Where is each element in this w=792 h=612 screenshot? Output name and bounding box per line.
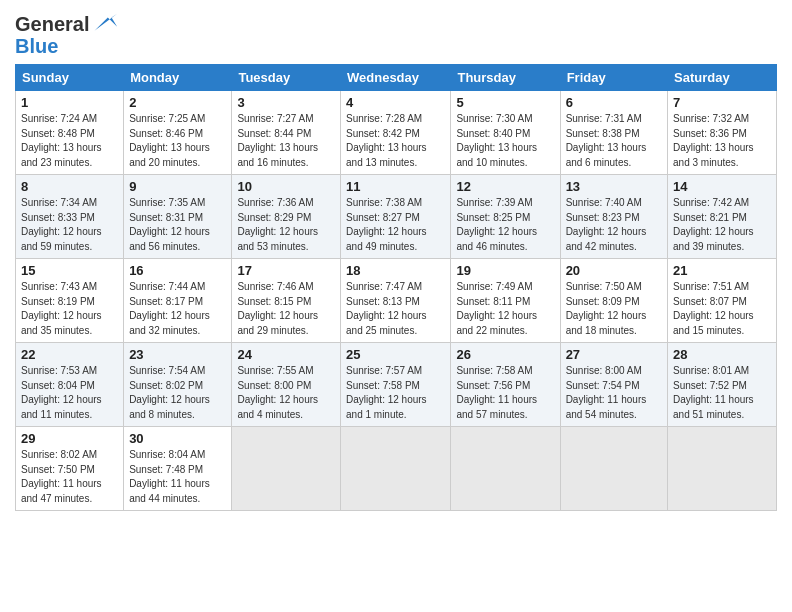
day-info: Sunrise: 7:50 AM Sunset: 8:09 PM Dayligh… — [566, 280, 662, 338]
day-number: 30 — [129, 431, 226, 446]
calendar-cell: 6 Sunrise: 7:31 AM Sunset: 8:38 PM Dayli… — [560, 91, 667, 175]
day-number: 6 — [566, 95, 662, 110]
day-info: Sunrise: 7:32 AM Sunset: 8:36 PM Dayligh… — [673, 112, 771, 170]
calendar-cell: 23 Sunrise: 7:54 AM Sunset: 8:02 PM Dayl… — [124, 343, 232, 427]
calendar-cell: 1 Sunrise: 7:24 AM Sunset: 8:48 PM Dayli… — [16, 91, 124, 175]
day-number: 1 — [21, 95, 118, 110]
day-number: 9 — [129, 179, 226, 194]
weekday-header-friday: Friday — [560, 65, 667, 91]
day-number: 26 — [456, 347, 554, 362]
day-number: 15 — [21, 263, 118, 278]
calendar-cell: 7 Sunrise: 7:32 AM Sunset: 8:36 PM Dayli… — [668, 91, 777, 175]
calendar-cell: 18 Sunrise: 7:47 AM Sunset: 8:13 PM Dayl… — [341, 259, 451, 343]
day-info: Sunrise: 7:46 AM Sunset: 8:15 PM Dayligh… — [237, 280, 335, 338]
logo-icon — [91, 10, 119, 38]
calendar-cell: 16 Sunrise: 7:44 AM Sunset: 8:17 PM Dayl… — [124, 259, 232, 343]
day-number: 20 — [566, 263, 662, 278]
day-number: 11 — [346, 179, 445, 194]
day-info: Sunrise: 7:51 AM Sunset: 8:07 PM Dayligh… — [673, 280, 771, 338]
calendar-cell: 27 Sunrise: 8:00 AM Sunset: 7:54 PM Dayl… — [560, 343, 667, 427]
day-info: Sunrise: 7:55 AM Sunset: 8:00 PM Dayligh… — [237, 364, 335, 422]
day-info: Sunrise: 7:54 AM Sunset: 8:02 PM Dayligh… — [129, 364, 226, 422]
calendar-cell: 24 Sunrise: 7:55 AM Sunset: 8:00 PM Dayl… — [232, 343, 341, 427]
day-info: Sunrise: 7:57 AM Sunset: 7:58 PM Dayligh… — [346, 364, 445, 422]
day-number: 21 — [673, 263, 771, 278]
day-number: 19 — [456, 263, 554, 278]
calendar-cell: 26 Sunrise: 7:58 AM Sunset: 7:56 PM Dayl… — [451, 343, 560, 427]
calendar-table: SundayMondayTuesdayWednesdayThursdayFrid… — [15, 64, 777, 511]
calendar-cell: 22 Sunrise: 7:53 AM Sunset: 8:04 PM Dayl… — [16, 343, 124, 427]
calendar-cell — [232, 427, 341, 511]
calendar-cell: 21 Sunrise: 7:51 AM Sunset: 8:07 PM Dayl… — [668, 259, 777, 343]
weekday-header-thursday: Thursday — [451, 65, 560, 91]
calendar-cell: 15 Sunrise: 7:43 AM Sunset: 8:19 PM Dayl… — [16, 259, 124, 343]
day-number: 18 — [346, 263, 445, 278]
day-number: 3 — [237, 95, 335, 110]
day-number: 23 — [129, 347, 226, 362]
calendar-cell: 19 Sunrise: 7:49 AM Sunset: 8:11 PM Dayl… — [451, 259, 560, 343]
calendar-cell: 9 Sunrise: 7:35 AM Sunset: 8:31 PM Dayli… — [124, 175, 232, 259]
day-info: Sunrise: 7:53 AM Sunset: 8:04 PM Dayligh… — [21, 364, 118, 422]
day-info: Sunrise: 8:00 AM Sunset: 7:54 PM Dayligh… — [566, 364, 662, 422]
day-number: 29 — [21, 431, 118, 446]
page: General Blue SundayMondayTuesdayWednesda… — [0, 0, 792, 612]
calendar-cell: 3 Sunrise: 7:27 AM Sunset: 8:44 PM Dayli… — [232, 91, 341, 175]
weekday-header-saturday: Saturday — [668, 65, 777, 91]
weekday-header-wednesday: Wednesday — [341, 65, 451, 91]
day-number: 13 — [566, 179, 662, 194]
calendar-cell — [341, 427, 451, 511]
day-info: Sunrise: 7:43 AM Sunset: 8:19 PM Dayligh… — [21, 280, 118, 338]
logo-blue: Blue — [15, 36, 119, 56]
day-number: 10 — [237, 179, 335, 194]
calendar-cell: 29 Sunrise: 8:02 AM Sunset: 7:50 PM Dayl… — [16, 427, 124, 511]
day-number: 27 — [566, 347, 662, 362]
calendar-cell: 13 Sunrise: 7:40 AM Sunset: 8:23 PM Dayl… — [560, 175, 667, 259]
day-info: Sunrise: 7:34 AM Sunset: 8:33 PM Dayligh… — [21, 196, 118, 254]
day-info: Sunrise: 7:30 AM Sunset: 8:40 PM Dayligh… — [456, 112, 554, 170]
day-info: Sunrise: 7:35 AM Sunset: 8:31 PM Dayligh… — [129, 196, 226, 254]
day-number: 17 — [237, 263, 335, 278]
day-info: Sunrise: 7:44 AM Sunset: 8:17 PM Dayligh… — [129, 280, 226, 338]
day-number: 7 — [673, 95, 771, 110]
calendar-cell: 30 Sunrise: 8:04 AM Sunset: 7:48 PM Dayl… — [124, 427, 232, 511]
calendar-cell — [451, 427, 560, 511]
day-number: 22 — [21, 347, 118, 362]
svg-marker-0 — [95, 14, 117, 31]
day-number: 5 — [456, 95, 554, 110]
day-info: Sunrise: 7:42 AM Sunset: 8:21 PM Dayligh… — [673, 196, 771, 254]
calendar-cell: 25 Sunrise: 7:57 AM Sunset: 7:58 PM Dayl… — [341, 343, 451, 427]
day-info: Sunrise: 7:31 AM Sunset: 8:38 PM Dayligh… — [566, 112, 662, 170]
day-number: 24 — [237, 347, 335, 362]
day-info: Sunrise: 7:39 AM Sunset: 8:25 PM Dayligh… — [456, 196, 554, 254]
weekday-header-monday: Monday — [124, 65, 232, 91]
day-info: Sunrise: 7:58 AM Sunset: 7:56 PM Dayligh… — [456, 364, 554, 422]
day-info: Sunrise: 8:01 AM Sunset: 7:52 PM Dayligh… — [673, 364, 771, 422]
day-number: 14 — [673, 179, 771, 194]
day-number: 4 — [346, 95, 445, 110]
day-number: 2 — [129, 95, 226, 110]
day-info: Sunrise: 7:27 AM Sunset: 8:44 PM Dayligh… — [237, 112, 335, 170]
day-info: Sunrise: 7:47 AM Sunset: 8:13 PM Dayligh… — [346, 280, 445, 338]
calendar-cell: 11 Sunrise: 7:38 AM Sunset: 8:27 PM Dayl… — [341, 175, 451, 259]
calendar-cell: 4 Sunrise: 7:28 AM Sunset: 8:42 PM Dayli… — [341, 91, 451, 175]
day-info: Sunrise: 7:25 AM Sunset: 8:46 PM Dayligh… — [129, 112, 226, 170]
logo-general: General — [15, 13, 89, 35]
day-info: Sunrise: 8:04 AM Sunset: 7:48 PM Dayligh… — [129, 448, 226, 506]
day-number: 8 — [21, 179, 118, 194]
calendar-cell: 8 Sunrise: 7:34 AM Sunset: 8:33 PM Dayli… — [16, 175, 124, 259]
day-number: 25 — [346, 347, 445, 362]
calendar-cell: 14 Sunrise: 7:42 AM Sunset: 8:21 PM Dayl… — [668, 175, 777, 259]
calendar-cell: 17 Sunrise: 7:46 AM Sunset: 8:15 PM Dayl… — [232, 259, 341, 343]
calendar-cell: 12 Sunrise: 7:39 AM Sunset: 8:25 PM Dayl… — [451, 175, 560, 259]
day-info: Sunrise: 7:40 AM Sunset: 8:23 PM Dayligh… — [566, 196, 662, 254]
calendar-cell: 5 Sunrise: 7:30 AM Sunset: 8:40 PM Dayli… — [451, 91, 560, 175]
day-number: 16 — [129, 263, 226, 278]
day-number: 12 — [456, 179, 554, 194]
day-info: Sunrise: 7:49 AM Sunset: 8:11 PM Dayligh… — [456, 280, 554, 338]
calendar-cell: 20 Sunrise: 7:50 AM Sunset: 8:09 PM Dayl… — [560, 259, 667, 343]
weekday-header-sunday: Sunday — [16, 65, 124, 91]
day-info: Sunrise: 7:28 AM Sunset: 8:42 PM Dayligh… — [346, 112, 445, 170]
calendar-cell: 2 Sunrise: 7:25 AM Sunset: 8:46 PM Dayli… — [124, 91, 232, 175]
day-number: 28 — [673, 347, 771, 362]
calendar-cell — [668, 427, 777, 511]
